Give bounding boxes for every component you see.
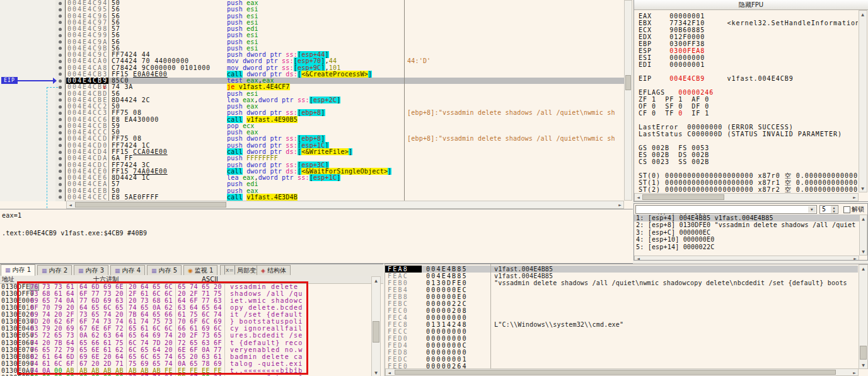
disasm-row[interactable]: 004E4C9956push esi bbox=[0, 32, 633, 38]
stack-horizontal-scrollbar[interactable]: ◄ ► bbox=[385, 368, 859, 376]
scroll-left-icon[interactable]: ◄ bbox=[635, 255, 642, 261]
breakpoint-dot[interactable] bbox=[59, 163, 62, 167]
argument-count-stepper[interactable]: 5 ▲▼ bbox=[819, 205, 838, 214]
scroll-right-icon[interactable]: ► bbox=[616, 201, 623, 208]
scroll-up-icon[interactable]: ▲ bbox=[860, 265, 867, 272]
breakpoint-dot[interactable] bbox=[59, 177, 62, 180]
breakpoint-dot[interactable] bbox=[59, 86, 62, 89]
disasm-row[interactable]: 004E4CECE8 5AE0FFFFcall v1fast.4E3D4B bbox=[0, 194, 633, 201]
scroll-right-icon[interactable]: ► bbox=[851, 194, 858, 201]
argument-row[interactable]: 1: [esp+4] 004E4B85 v1fast.004E4B85 bbox=[634, 214, 860, 221]
breakpoint-dot[interactable] bbox=[59, 47, 62, 50]
chevron-down-icon[interactable]: ▼ bbox=[808, 206, 816, 213]
breakpoint-dot[interactable] bbox=[59, 170, 62, 173]
breakpoint-dot[interactable] bbox=[59, 15, 62, 18]
breakpoint-dot[interactable] bbox=[59, 2, 62, 5]
breakpoint-dot[interactable] bbox=[59, 73, 62, 76]
tab-8[interactable]: ◈结构体 bbox=[257, 265, 291, 275]
scroll-down-icon[interactable]: ▼ bbox=[373, 369, 379, 376]
register-line[interactable]: ST(0) 00000000000000000000 x87r0 空 0.000… bbox=[639, 172, 858, 179]
register-line[interactable]: ES 002B DS 002B bbox=[639, 151, 858, 158]
stack-row[interactable]: FEB00130DFE0"vssadmin delete shadows /al… bbox=[385, 279, 868, 286]
register-line[interactable]: EFLAGS 00000246 bbox=[639, 89, 858, 96]
breakpoint-dot[interactable] bbox=[59, 157, 62, 160]
scroll-right-icon[interactable]: ► bbox=[852, 255, 859, 261]
register-line[interactable]: EDI 00000001 bbox=[639, 61, 858, 68]
unlock-checkbox[interactable] bbox=[843, 206, 850, 213]
register-line[interactable]: CF 0 TF 0 IF 1 bbox=[639, 110, 858, 117]
tab-4[interactable]: ▦内存 4 bbox=[110, 265, 145, 275]
breakpoint-dot[interactable] bbox=[59, 92, 62, 95]
tab-3[interactable]: ▦内存 3 bbox=[74, 265, 108, 275]
register-line[interactable]: EBP 0300FF38 bbox=[639, 40, 858, 47]
register-line[interactable]: ESI 00000000 bbox=[639, 54, 858, 61]
register-line[interactable]: EIP 004E4CB9 v1fast.004E4CB9 bbox=[639, 75, 858, 82]
stack-vertical-scrollbar[interactable]: ▲ ▼ bbox=[859, 264, 868, 369]
breakpoint-dot[interactable] bbox=[59, 98, 62, 102]
breakpoint-dot[interactable] bbox=[59, 60, 62, 63]
register-line[interactable]: ECX 90B60885 bbox=[639, 26, 858, 33]
breakpoint-dot[interactable] bbox=[59, 105, 62, 109]
stack-row[interactable]: FEB8000000E0 bbox=[385, 293, 868, 300]
scroll-right-icon[interactable]: ► bbox=[851, 369, 858, 376]
breakpoint-dot[interactable] bbox=[59, 196, 62, 199]
breakpoint-dot[interactable] bbox=[59, 183, 62, 186]
register-line[interactable]: EAX 00000001 bbox=[639, 13, 858, 20]
registers-vertical-scrollbar[interactable]: ▲ ▼ bbox=[859, 10, 867, 192]
register-line[interactable]: ST(2) 00000000000000000000 x87r2 空 0.000… bbox=[639, 186, 858, 193]
breakpoint-dot[interactable] bbox=[59, 144, 62, 147]
stack-row[interactable]: FEBC0000022C bbox=[385, 300, 868, 307]
breakpoint-dot[interactable] bbox=[59, 131, 62, 134]
breakpoint-dot[interactable] bbox=[59, 151, 62, 154]
register-line[interactable]: EBX 77342F10 <kernel32.SetHandleInformat… bbox=[639, 20, 858, 26]
args-vertical-scrollbar[interactable]: ▲ ▼ bbox=[859, 214, 867, 256]
argument-row[interactable]: 2: [esp+8] 0130DFE0 "vssadmin delete sha… bbox=[634, 221, 860, 228]
memory-vertical-scrollbar[interactable]: ▲ ▼ bbox=[371, 276, 381, 376]
register-line[interactable]: LastStatus C000000D (STATUS_INVALID_PARA… bbox=[639, 131, 858, 138]
register-line[interactable]: ST(1) 00000000000000000000 x87r1 空 0.000… bbox=[639, 179, 858, 186]
breakpoint-dot[interactable] bbox=[59, 8, 62, 11]
scrollbar-thumb[interactable] bbox=[625, 75, 631, 90]
disasm-vertical-scrollbar[interactable] bbox=[624, 0, 632, 201]
scrollbar-thumb[interactable] bbox=[373, 321, 379, 343]
tab-2[interactable]: ▦内存 2 bbox=[37, 265, 72, 275]
tab-1[interactable]: ▦内存 1 bbox=[1, 264, 35, 276]
stack-row[interactable]: FEC400000000 bbox=[385, 314, 868, 321]
stack-row[interactable]: FED40000000C bbox=[385, 342, 868, 349]
breakpoint-dot[interactable] bbox=[59, 54, 62, 57]
scrollbar-thumb[interactable] bbox=[642, 194, 724, 200]
scrollbar-thumb[interactable] bbox=[860, 346, 867, 360]
stack-row[interactable]: FEB4000000EC bbox=[385, 286, 868, 293]
stack-row[interactable]: FEC000000208 bbox=[385, 307, 868, 314]
calling-convention-select[interactable]: 默认 (stdcall) ▼ bbox=[635, 205, 817, 214]
args-horizontal-scrollbar[interactable]: ◄ ► bbox=[634, 256, 859, 261]
scroll-up-icon[interactable]: ▲ bbox=[373, 277, 379, 284]
breakpoint-dot[interactable] bbox=[59, 79, 62, 83]
stack-row[interactable]: FEDC00000001 bbox=[385, 356, 868, 363]
breakpoint-dot[interactable] bbox=[59, 189, 62, 192]
scroll-up-icon[interactable]: ▲ bbox=[860, 215, 867, 222]
breakpoint-dot[interactable] bbox=[59, 40, 62, 44]
scrollbar-thumb[interactable] bbox=[75, 202, 226, 208]
register-line[interactable]: GS 002B FS 0053 bbox=[639, 144, 858, 151]
register-line[interactable]: CS 0023 SS 002B bbox=[639, 158, 858, 165]
scroll-up-icon[interactable]: ▲ bbox=[859, 11, 866, 18]
scroll-down-icon[interactable]: ▼ bbox=[860, 248, 867, 255]
hide-fpu-button[interactable]: 隐藏FPU bbox=[634, 0, 868, 10]
scroll-down-icon[interactable]: ▼ bbox=[860, 361, 867, 368]
scrollbar-thumb[interactable] bbox=[395, 370, 836, 375]
disasm-row[interactable]: 004E4CEA57push edi bbox=[0, 181, 633, 187]
stack-row[interactable]: FED800000000 bbox=[385, 349, 868, 356]
register-line[interactable]: ZF 1 PF 1 AF 0 bbox=[639, 96, 858, 103]
scroll-left-icon[interactable]: ◄ bbox=[635, 194, 642, 201]
stack-row[interactable]: FEC801314248L"C:\\Windows\\system32\\cmd… bbox=[385, 321, 868, 328]
stack-row[interactable]: FED000000000 bbox=[385, 335, 868, 342]
register-line[interactable]: LastError 00000000 (ERROR_SUCCESS) bbox=[639, 124, 858, 131]
register-line[interactable]: OF 0 SF 0 DF 0 bbox=[639, 103, 858, 110]
breakpoint-dot[interactable] bbox=[59, 112, 62, 115]
argument-row[interactable]: 4: [esp+10] 000000E0 bbox=[634, 236, 860, 243]
stepper-arrows-icon[interactable]: ▲▼ bbox=[831, 206, 837, 213]
stack-row[interactable]: FEAC004E4B85v1fast.004E4B85 bbox=[385, 273, 868, 279]
register-line[interactable]: EDX 012F0000 bbox=[639, 33, 858, 40]
breakpoint-dot[interactable] bbox=[59, 125, 62, 128]
